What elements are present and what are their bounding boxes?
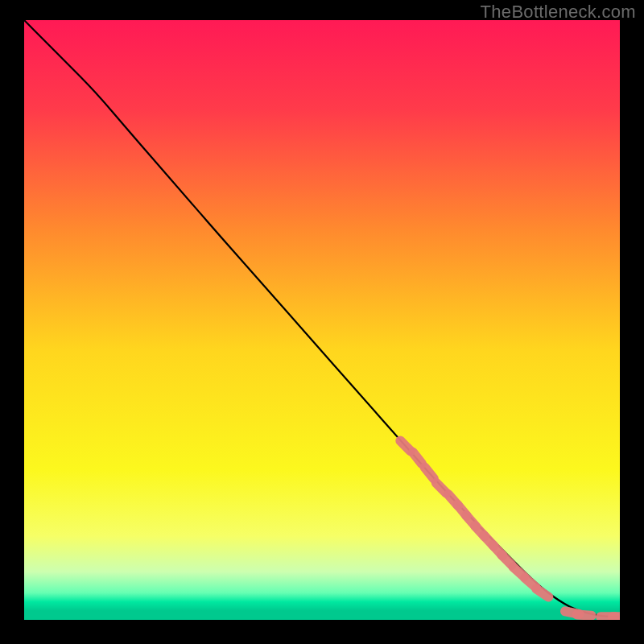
chart-frame: TheBottleneck.com — [0, 0, 644, 644]
svg-rect-0 — [24, 20, 620, 620]
watermark-label: TheBottleneck.com — [481, 2, 636, 23]
background-gradient — [24, 20, 620, 620]
plot-area — [24, 20, 620, 620]
